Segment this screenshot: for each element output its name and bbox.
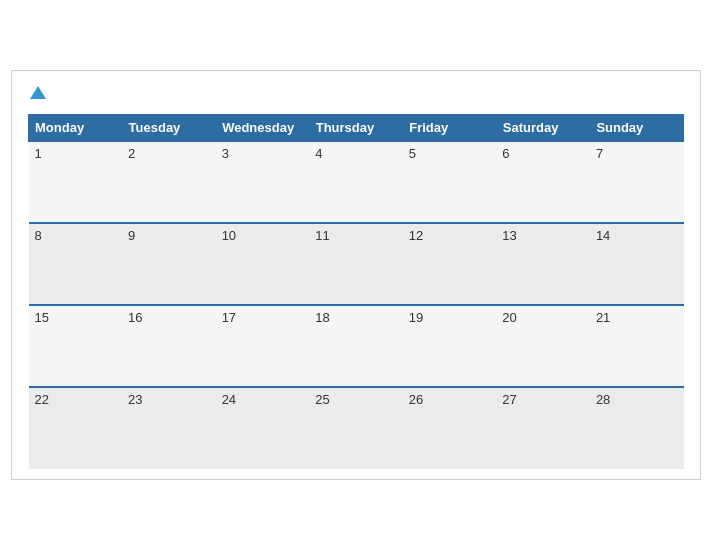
day-number-17: 17 [222, 310, 236, 325]
weekday-header-friday: Friday [403, 115, 497, 142]
day-cell-14: 14 [590, 223, 684, 305]
day-cell-15: 15 [29, 305, 123, 387]
day-cell-2: 2 [122, 141, 216, 223]
weekday-header-monday: Monday [29, 115, 123, 142]
day-number-20: 20 [502, 310, 516, 325]
day-number-4: 4 [315, 146, 322, 161]
weekday-header-tuesday: Tuesday [122, 115, 216, 142]
logo-triangle-icon [30, 86, 46, 99]
weekday-header-sunday: Sunday [590, 115, 684, 142]
day-number-1: 1 [35, 146, 42, 161]
calendar-container: MondayTuesdayWednesdayThursdayFridaySatu… [11, 70, 701, 480]
day-number-2: 2 [128, 146, 135, 161]
day-cell-12: 12 [403, 223, 497, 305]
day-number-9: 9 [128, 228, 135, 243]
day-cell-24: 24 [216, 387, 310, 469]
day-number-27: 27 [502, 392, 516, 407]
day-cell-23: 23 [122, 387, 216, 469]
day-number-23: 23 [128, 392, 142, 407]
calendar-table: MondayTuesdayWednesdayThursdayFridaySatu… [28, 114, 684, 469]
day-cell-27: 27 [496, 387, 590, 469]
day-number-6: 6 [502, 146, 509, 161]
day-cell-5: 5 [403, 141, 497, 223]
day-cell-20: 20 [496, 305, 590, 387]
day-number-16: 16 [128, 310, 142, 325]
day-number-18: 18 [315, 310, 329, 325]
day-number-14: 14 [596, 228, 610, 243]
day-number-11: 11 [315, 228, 329, 243]
day-number-21: 21 [596, 310, 610, 325]
calendar-header [28, 87, 684, 100]
day-cell-18: 18 [309, 305, 403, 387]
day-cell-7: 7 [590, 141, 684, 223]
day-number-26: 26 [409, 392, 423, 407]
day-number-3: 3 [222, 146, 229, 161]
day-cell-1: 1 [29, 141, 123, 223]
day-number-7: 7 [596, 146, 603, 161]
day-number-5: 5 [409, 146, 416, 161]
weekday-header-saturday: Saturday [496, 115, 590, 142]
day-number-12: 12 [409, 228, 423, 243]
week-row-4: 22232425262728 [29, 387, 684, 469]
day-number-8: 8 [35, 228, 42, 243]
day-cell-22: 22 [29, 387, 123, 469]
day-cell-16: 16 [122, 305, 216, 387]
day-cell-25: 25 [309, 387, 403, 469]
weekday-header-thursday: Thursday [309, 115, 403, 142]
day-cell-10: 10 [216, 223, 310, 305]
day-number-13: 13 [502, 228, 516, 243]
day-cell-19: 19 [403, 305, 497, 387]
day-number-10: 10 [222, 228, 236, 243]
weekday-header-wednesday: Wednesday [216, 115, 310, 142]
week-row-1: 1234567 [29, 141, 684, 223]
day-cell-17: 17 [216, 305, 310, 387]
day-cell-4: 4 [309, 141, 403, 223]
day-cell-9: 9 [122, 223, 216, 305]
day-cell-28: 28 [590, 387, 684, 469]
day-number-19: 19 [409, 310, 423, 325]
day-cell-21: 21 [590, 305, 684, 387]
day-number-22: 22 [35, 392, 49, 407]
day-number-25: 25 [315, 392, 329, 407]
day-cell-13: 13 [496, 223, 590, 305]
day-cell-3: 3 [216, 141, 310, 223]
weekday-header-row: MondayTuesdayWednesdayThursdayFridaySatu… [29, 115, 684, 142]
day-cell-8: 8 [29, 223, 123, 305]
day-cell-6: 6 [496, 141, 590, 223]
logo [28, 87, 46, 100]
day-number-15: 15 [35, 310, 49, 325]
week-row-3: 15161718192021 [29, 305, 684, 387]
day-number-28: 28 [596, 392, 610, 407]
week-row-2: 891011121314 [29, 223, 684, 305]
day-number-24: 24 [222, 392, 236, 407]
day-cell-26: 26 [403, 387, 497, 469]
day-cell-11: 11 [309, 223, 403, 305]
